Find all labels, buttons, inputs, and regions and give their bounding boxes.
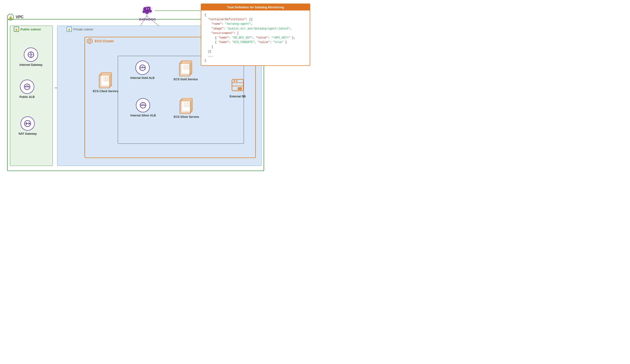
datadog-node: DATADOG: [139, 2, 156, 21]
task-definition-box: Task Definition for Datadog Monitoring {…: [201, 3, 310, 66]
internet-gateway-node: Internet Gateway: [20, 47, 42, 67]
public-alb-label: Public ALB: [20, 95, 35, 99]
internet-gateway-icon: [24, 47, 38, 62]
external-db-icon: [231, 78, 244, 93]
svg-point-71: [147, 10, 148, 11]
svg-point-21: [26, 86, 28, 87]
public-alb-icon: [20, 80, 34, 94]
internal-gold-alb-node: Internal Gold ALB: [130, 61, 155, 80]
external-db-label: External DB: [230, 95, 246, 99]
nat-gateway-node: NAT Gateway: [18, 116, 37, 136]
ecs-client-service-node: ECS Client Service: [93, 72, 118, 93]
svg-point-59: [234, 80, 235, 82]
datadog-icon: [139, 2, 156, 17]
nat-gateway-icon: [20, 116, 35, 131]
ecs-gold-stacked-icon: [179, 61, 192, 76]
public-alb-node: Public ALB: [20, 80, 35, 99]
public-subnet-label: 🔒 Public subnet: [14, 27, 41, 32]
internal-silver-alb-node: Internal Silver ALB: [130, 98, 156, 118]
internal-silver-alb-label: Internal Silver ALB: [130, 114, 156, 118]
ecs-cluster-label: ECS Cluster: [85, 37, 116, 45]
ecs-gold-service-node: ECS Gold Service: [174, 61, 198, 81]
datadog-label: DATADOG: [139, 17, 156, 21]
private-subnet-label: 🔒 Private subnet: [66, 27, 93, 32]
diagram-container: 🔒 VPC 🔒 Public subnet 🔒 Private subnet E…: [0, 0, 315, 182]
task-def-body: { "containerDefinitions": [{ "name": "da…: [201, 10, 310, 65]
task-def-header: Task Definition for Datadog Monitoring: [201, 4, 310, 10]
svg-point-70: [148, 8, 149, 9]
ecs-silver-service-label: ECS Silver Service: [174, 115, 199, 119]
svg-rect-61: [238, 87, 242, 90]
internet-gateway-label: Internet Gateway: [20, 63, 42, 67]
vpc-text: VPC: [16, 15, 24, 19]
svg-point-69: [146, 8, 147, 9]
ecs-silver-service-node: ECS Silver Service: [174, 98, 199, 119]
ecs-icon: [86, 38, 93, 44]
ecs-silver-stacked-icon: [180, 98, 193, 114]
internal-gold-alb-icon: [135, 61, 150, 75]
external-db-node: External DB: [230, 78, 246, 99]
svg-point-16: [88, 40, 91, 42]
task-def-code: { "containerDefinitions": [{ "name": "da…: [204, 13, 306, 63]
ecs-gold-service-label: ECS Gold Service: [174, 78, 198, 81]
svg-point-40: [142, 67, 143, 68]
ecs-client-label: ECS Client Service: [93, 90, 118, 93]
private-subnet-icon: 🔒: [66, 27, 72, 32]
internal-gold-alb-label: Internal Gold ALB: [130, 76, 155, 80]
ecs-client-stacked-icon: [99, 72, 112, 88]
svg-marker-15: [87, 38, 92, 44]
nat-gateway-label: NAT Gateway: [18, 132, 37, 136]
internal-silver-alb-icon: [136, 98, 150, 112]
svg-point-60: [236, 80, 238, 82]
svg-point-46: [142, 105, 144, 106]
public-subnet-icon: 🔒: [14, 27, 19, 32]
